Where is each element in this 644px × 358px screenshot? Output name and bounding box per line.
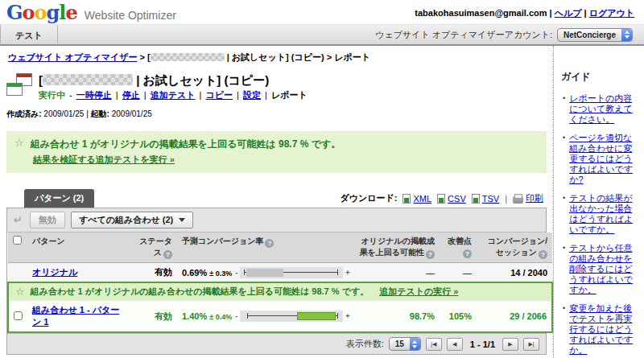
original-conversions: 14 / 2040	[477, 263, 552, 283]
download-xml-link[interactable]: XML	[413, 194, 431, 204]
guide-title: ガイド	[561, 70, 639, 84]
star-icon: ☆	[15, 286, 25, 298]
combination-1-link[interactable]: 組み合わせ 1 - パターン 1	[32, 305, 119, 327]
download-csv-link[interactable]: CSV	[448, 194, 466, 204]
followup-test-link[interactable]: 追加テスト	[151, 90, 196, 100]
result-banner: ☆ 組み合わせ 1 がオリジナルの掲載結果を上回る可能姓は 98.7 % です。…	[6, 131, 547, 173]
next-page-button[interactable]: ▶	[502, 338, 518, 351]
last-page-button[interactable]: ▶|	[523, 338, 539, 351]
help-icon[interactable]: ?	[426, 250, 435, 259]
combination-conversions: 29 / 2066	[477, 301, 552, 332]
tab-test[interactable]: テスト	[0, 25, 58, 44]
top-header: Google Website Optimizer tabakohasuimase…	[0, 0, 644, 24]
star-icon: ☆	[14, 138, 24, 149]
ci-minus: -	[235, 269, 237, 277]
select-stepper-icon	[410, 338, 420, 350]
row-checkbox[interactable]	[14, 311, 23, 320]
title-block: [ | お試しセット] (コピー) 実行中 - 一時停止 | 停止 | 追加テス…	[6, 73, 547, 101]
note-text: 組み合わせ 1 がオリジナルの組み合わせの掲載結果を上回る可能姓は 98.7 %…	[31, 286, 369, 298]
help-icon[interactable]: ?	[539, 250, 547, 259]
page-title: [ | お試しセット] (コピー)	[39, 73, 308, 87]
original-link[interactable]: オリジナル	[32, 267, 77, 277]
combination-status: 有効	[130, 301, 177, 332]
copy-link[interactable]: コピー	[206, 90, 233, 100]
breadcrumb-root-link[interactable]: ウェブサイト オプティマイザー	[8, 52, 137, 62]
page-size-select[interactable]: 15	[389, 337, 421, 351]
combination-chance: 98.7%	[349, 301, 440, 332]
table-row-original: オリジナル 有効 0.69% ± 0.3% -	[8, 263, 552, 283]
confidence-bar-original	[240, 267, 343, 278]
pause-link[interactable]: 一時停止	[76, 90, 112, 100]
csv-file-icon	[437, 194, 445, 204]
help-icon[interactable]: ?	[265, 239, 274, 248]
first-page-button[interactable]: |◀	[426, 338, 442, 351]
combination-note-row: ☆ 組み合わせ 1 がオリジナルの組み合わせの掲載結果を上回る可能姓は 98.7…	[8, 282, 552, 301]
original-improvement: —	[440, 263, 477, 283]
separator: |	[584, 8, 587, 18]
guide-link-rerun-test[interactable]: 変更を加えた後でテストを再実行するにはどうすればよいですか。	[569, 303, 639, 356]
breadcrumb-text: | お試しセット] (コピー) > レポート	[225, 52, 370, 62]
download-tsv-link[interactable]: TSV	[482, 194, 499, 204]
separator: |	[550, 8, 552, 18]
combination-rate-cell: 1.40% ± 0.4% -	[182, 311, 345, 322]
list-item: •テストから任意の組み合わせを削除するにはどうすればよいですか。	[563, 243, 639, 295]
logo-letter: o	[35, 1, 47, 24]
ci-plus: +	[345, 269, 349, 277]
table-row-combination-1: 組み合わせ 1 - パターン 1 有効 1.40% ± 0.4% -	[8, 301, 552, 332]
logo-letter: G	[6, 1, 23, 24]
guide-link-report-contents[interactable]: レポートの内容について教えてください。	[569, 93, 639, 125]
tab-patterns[interactable]: パターン (2)	[24, 189, 94, 208]
list-item: •ページを適切な組み合わせに変更するにはどうすればよいですか?	[563, 133, 639, 185]
guide-link-remove-combination[interactable]: テストから任意の組み合わせを削除するにはどうすればよいですか。	[569, 243, 639, 295]
guide-link-no-results[interactable]: テストの結果が出なかった場合はどうすればよいですか。	[569, 193, 639, 235]
logo-letter: o	[23, 1, 35, 24]
pagination-bar: 表示件数: 15 |◀ ◀ 1 - 1/1 ▶ ▶|	[7, 333, 546, 354]
test-pages-icon	[6, 73, 32, 96]
created-line: 作成済み: 2009/01/25 | 起動: 2009/01/25	[6, 109, 547, 120]
select-all-checkbox[interactable]	[13, 236, 22, 245]
list-item: •レポートの内容について教えてください。	[563, 93, 639, 125]
xml-file-icon	[402, 194, 411, 204]
stop-link[interactable]: 停止	[122, 90, 140, 100]
ci-minus: -	[235, 312, 237, 320]
guide-link-change-combination[interactable]: ページを適切な組み合わせに変更するにはどうすればよいですか?	[569, 133, 639, 185]
verify-followup-test-link[interactable]: 結果を検証する追加テストを実行 »	[33, 154, 175, 164]
run-followup-test-link[interactable]: 追加テストの実行 »	[379, 286, 458, 298]
account-email: tabakohasuimasen@gmail.com	[415, 8, 547, 18]
google-logo: Google	[6, 3, 77, 23]
breadcrumb: ウェブサイト オプティマイザー > [ | お試しセット] (コピー) > レポ…	[6, 46, 547, 67]
combination-filter-dropdown[interactable]: すべての組み合わせ (2)	[71, 212, 193, 228]
ci-plus: +	[345, 312, 349, 320]
col-pattern: パターン	[32, 237, 65, 245]
chevron-down-icon	[179, 218, 185, 222]
banner-text: 組み合わせ 1 がオリジナルの掲載結果を上回る可能姓は 98.7 % です。	[31, 138, 341, 151]
original-status: 有効	[130, 263, 177, 283]
select-stepper-icon	[621, 29, 632, 41]
help-icon[interactable]: ?	[163, 250, 172, 259]
original-chance: —	[349, 263, 440, 283]
patterns-panel: パターン (2) ダウンロード: XML CSV TSV | 印刷 ↵ 無効 す…	[6, 189, 547, 355]
patterns-table: パターン ステータス? 予測コンバージョン率? オリジナルの掲載成果を上回る可能…	[7, 232, 553, 333]
redacted-test-name	[43, 74, 133, 85]
breadcrumb-text: > [	[139, 52, 150, 62]
confidence-bar-combination	[240, 311, 343, 322]
help-icon[interactable]: ?	[463, 249, 472, 258]
original-rate-cell: 0.69% ± 0.3% -	[182, 267, 345, 278]
col-chance: オリジナルの掲載成果を上回る可能性	[360, 237, 435, 257]
print-link[interactable]: 印刷	[526, 192, 543, 204]
list-item: •変更を加えた後でテストを再実行するにはどうすればよいですか。	[563, 303, 639, 356]
settings-link[interactable]: 設定	[243, 90, 261, 100]
logout-link[interactable]: ログアウト	[589, 8, 634, 18]
logo-letter: g	[47, 1, 60, 24]
printer-icon	[513, 196, 523, 204]
prev-page-button[interactable]: ◀	[447, 338, 463, 351]
disable-button[interactable]: 無効	[30, 212, 65, 228]
list-item: •テストの結果が出なかった場合はどうすればよいですか。	[563, 193, 639, 235]
account-select[interactable]: NetConcierge	[557, 28, 633, 42]
apply-arrow-icon: ↵	[12, 214, 24, 226]
tab-strip: テスト ウェブサイト オプティマイザーアカウント: NetConcierge	[0, 24, 644, 46]
logo-letter: e	[65, 1, 76, 24]
table-toolbar: ↵ 無効 すべての組み合わせ (2)	[7, 208, 546, 232]
page-size-label: 表示件数:	[346, 338, 384, 350]
help-link[interactable]: ヘルプ	[555, 8, 582, 18]
